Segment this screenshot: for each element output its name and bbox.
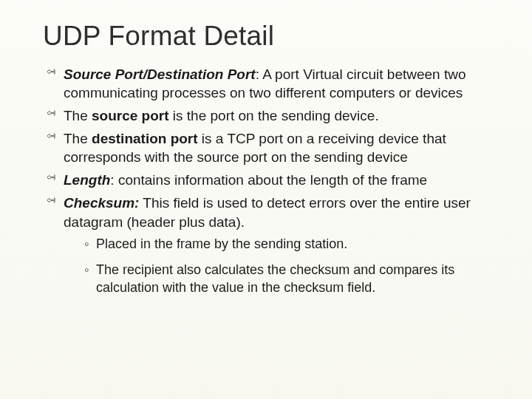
bullet-text: : contains information about the length …	[110, 172, 427, 188]
slide-title: UDP Format Detail	[43, 21, 492, 52]
bullet-pre: The	[64, 108, 92, 123]
bullet-item: The source port is the port on the sendi…	[46, 106, 492, 129]
bullet-bold: destination port	[92, 131, 198, 146]
bullet-list: Source Port/Destination Port: A port Vir…	[43, 65, 492, 310]
bullet-item: The destination port is a TCP port on a …	[46, 129, 492, 171]
bullet-lead: Checksum:	[64, 195, 139, 211]
bullet-item: Source Port/Destination Port: A port Vir…	[46, 65, 492, 106]
bullet-item: Checksum: This field is used to detect e…	[46, 194, 492, 310]
bullet-lead: Length	[64, 172, 110, 188]
sub-item: The recipient also calculates the checks…	[84, 262, 492, 306]
bullet-item: Length: contains information about the l…	[46, 171, 492, 194]
bullet-pre: The	[64, 131, 92, 146]
slide: UDP Format Detail Source Port/Destinatio…	[0, 0, 532, 399]
bullet-lead: Source Port/Destination Port	[64, 66, 256, 82]
sub-list: Placed in the frame by the sending stati…	[64, 236, 492, 306]
bullet-bold: source port	[92, 108, 169, 123]
sub-item: Placed in the frame by the sending stati…	[84, 236, 492, 262]
bullet-text: is the port on the sending device.	[169, 108, 379, 123]
